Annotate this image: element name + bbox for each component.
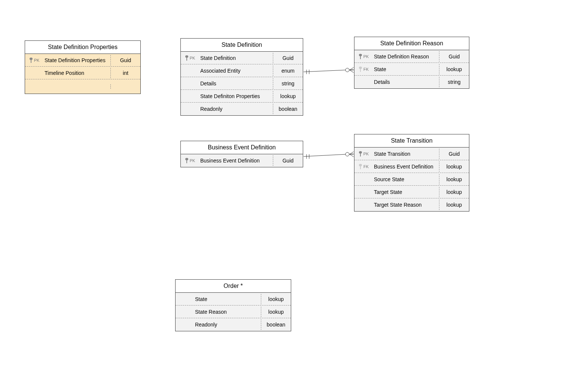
table-row: PK State Definition Guid <box>181 52 303 64</box>
entity-business-event-definition[interactable]: Business Event Definition PK Business Ev… <box>180 141 303 167</box>
table-row: Details string <box>181 77 303 90</box>
column-type: Guid <box>439 51 469 62</box>
entity-body: State lookup State Reason lookup Readonl… <box>176 293 291 331</box>
pk-icon: PK <box>181 158 199 164</box>
column-name: State Definiton Properties <box>199 91 273 101</box>
svg-line-4 <box>350 67 354 70</box>
column-name: State <box>372 64 439 75</box>
column-name: Business Event Definition <box>199 155 273 166</box>
pk-icon: PK <box>25 57 43 63</box>
table-row: Associated Entity enum <box>181 64 303 77</box>
svg-line-6 <box>350 70 354 73</box>
column-type: lookup <box>439 174 469 185</box>
svg-rect-23 <box>186 160 187 163</box>
column-name: Timeline Position <box>43 68 110 78</box>
column-name: Target State Reason <box>372 200 439 210</box>
column-type: lookup <box>273 91 303 101</box>
column-name: State <box>194 294 261 304</box>
column-name: Details <box>199 78 273 89</box>
table-row: FK Business Event Definition lookup <box>354 160 469 173</box>
column-type: string <box>273 78 303 89</box>
column-name: Details <box>372 77 439 87</box>
svg-point-10 <box>345 152 349 156</box>
table-row-empty <box>25 79 140 94</box>
fk-icon: FK <box>354 164 372 170</box>
svg-rect-19 <box>360 56 361 59</box>
entity-title: State Definition Properties <box>25 41 140 54</box>
column-name: State Definition Properties <box>43 55 110 66</box>
pk-icon: PK <box>181 55 199 61</box>
column-type: Guid <box>439 149 469 159</box>
fk-icon: FK <box>354 66 372 72</box>
entity-title: Order * <box>176 280 291 293</box>
table-row: Readonly boolean <box>181 103 303 115</box>
entity-body: PK Business Event Definition Guid <box>181 154 303 167</box>
entity-title: State Definition <box>181 39 303 52</box>
column-name: State Definition <box>199 53 273 63</box>
column-name: Source State <box>372 174 439 185</box>
table-row: PK State Definition Properties Guid <box>25 54 140 67</box>
entity-title: State Definition Reason <box>354 37 469 50</box>
relation-sd-sdr <box>304 67 354 74</box>
svg-line-13 <box>350 154 354 157</box>
table-row: Target State lookup <box>354 186 469 198</box>
column-type: lookup <box>439 161 469 172</box>
column-type: boolean <box>261 319 291 330</box>
table-row: State Reason lookup <box>176 305 291 318</box>
entity-state-definition[interactable]: State Definition PK State Definition Gui… <box>180 38 303 116</box>
entity-title: State Transition <box>354 134 469 148</box>
column-name: State Definition Reason <box>372 51 439 62</box>
pk-icon: PK <box>354 54 372 60</box>
svg-point-3 <box>345 68 349 72</box>
table-row: FK State lookup <box>354 63 469 76</box>
column-type: lookup <box>439 187 469 197</box>
table-row: Timeline Position int <box>25 67 140 79</box>
column-type: lookup <box>439 64 469 75</box>
column-type: lookup <box>439 200 469 210</box>
diagram-canvas: State Definition Properties PK State Def… <box>0 0 588 380</box>
table-row: Target State Reason lookup <box>354 198 469 211</box>
table-row: PK State Transition Guid <box>354 148 469 160</box>
table-row: PK Business Event Definition Guid <box>181 154 303 167</box>
column-type: Guid <box>110 55 140 66</box>
svg-line-11 <box>350 152 354 154</box>
entity-title: Business Event Definition <box>181 141 303 154</box>
table-row: State Definiton Properties lookup <box>181 90 303 103</box>
column-type: Guid <box>273 155 303 166</box>
column-name: Associated Entity <box>199 66 273 76</box>
svg-rect-25 <box>360 153 361 156</box>
column-name: Business Event Definition <box>372 161 439 172</box>
table-row: Source State lookup <box>354 173 469 186</box>
svg-rect-15 <box>31 60 31 63</box>
entity-state-transition[interactable]: State Transition PK State Transition Gui… <box>354 134 469 212</box>
table-row: State lookup <box>176 293 291 305</box>
entity-state-definition-reason[interactable]: State Definition Reason PK State Definit… <box>354 37 469 89</box>
column-name: State Reason <box>194 307 261 317</box>
pk-icon: PK <box>354 151 372 157</box>
column-type: boolean <box>273 104 303 114</box>
column-name: State Transition <box>372 149 439 159</box>
svg-rect-21 <box>360 69 361 72</box>
table-row: PK State Definition Reason Guid <box>354 50 469 63</box>
entity-body: PK State Definition Reason Guid FK State… <box>354 50 469 88</box>
svg-line-7 <box>304 154 354 156</box>
column-name: Readonly <box>194 319 261 330</box>
table-row: Details string <box>354 76 469 88</box>
table-row: Readonly boolean <box>176 318 291 331</box>
entity-state-definition-properties[interactable]: State Definition Properties PK State Def… <box>25 40 141 94</box>
relation-bed-st <box>304 152 354 159</box>
entity-order[interactable]: Order * State lookup State Reason lookup… <box>175 279 291 331</box>
column-name: Readonly <box>199 104 273 114</box>
svg-rect-17 <box>186 57 187 61</box>
entity-body: PK State Definition Guid Associated Enti… <box>181 52 303 115</box>
column-type: lookup <box>261 294 291 304</box>
svg-rect-27 <box>360 166 361 169</box>
column-type: string <box>439 77 469 87</box>
column-type: Guid <box>273 53 303 63</box>
entity-body: PK State Transition Guid FK Business Eve… <box>354 148 469 211</box>
entity-body: PK State Definition Properties Guid Time… <box>25 54 140 94</box>
column-type: enum <box>273 66 303 76</box>
column-type: lookup <box>261 307 291 317</box>
svg-line-0 <box>304 70 354 72</box>
column-type: int <box>110 68 140 78</box>
